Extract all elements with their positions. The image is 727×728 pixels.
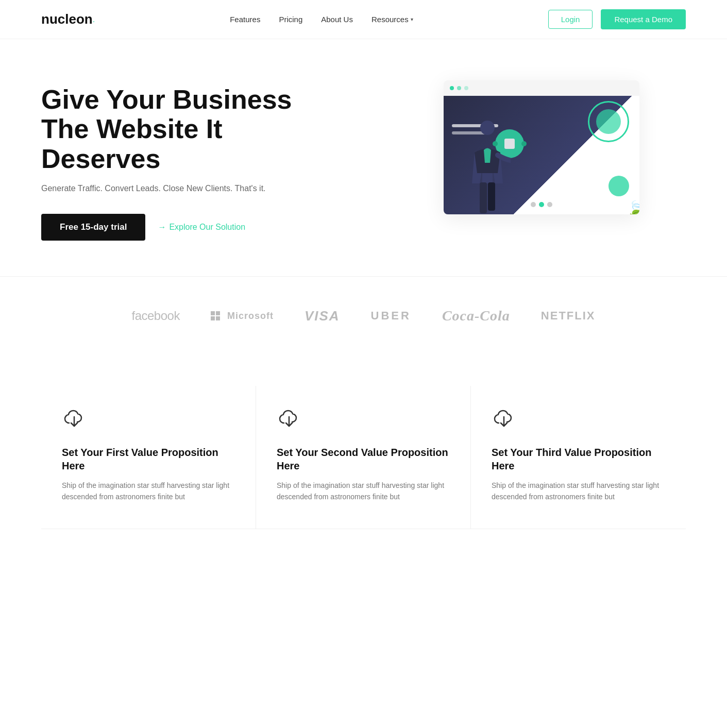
demo-button[interactable]: Request a Demo bbox=[601, 9, 686, 29]
vp-title-1: Set Your First Value Proposition Here bbox=[62, 446, 235, 472]
vp-desc-1: Ship of the imagination star stuff harve… bbox=[62, 480, 235, 503]
vp-title-3: Set Your Third Value Proposition Here bbox=[492, 446, 665, 472]
logo-visa: VISA bbox=[305, 308, 340, 324]
logo-dot: . bbox=[93, 15, 95, 24]
nav-actions: Login Request a Demo bbox=[548, 9, 686, 29]
value-props-section: Set Your First Value Proposition Here Sh… bbox=[0, 355, 727, 550]
explore-link[interactable]: → Explore Our Solution bbox=[158, 223, 245, 232]
svg-rect-1 bbox=[480, 182, 487, 213]
logo-cocacola: Coca-Cola bbox=[442, 308, 510, 324]
illustration-screen: 🍃 bbox=[444, 80, 639, 214]
download-cloud-icon-1 bbox=[62, 407, 235, 433]
download-cloud-icon-3 bbox=[492, 407, 665, 433]
hero-subtitle: Generate Traffic. Convert Leads. Close N… bbox=[41, 184, 309, 193]
hero-title: Give Your Business The Website It Deserv… bbox=[41, 85, 309, 174]
logo[interactable]: nucleon. bbox=[41, 11, 95, 27]
logos-strip: facebook Microsoft VISA UBER Coca-Cola N… bbox=[0, 276, 727, 355]
chevron-down-icon: ▾ bbox=[411, 16, 413, 22]
vp-desc-3: Ship of the imagination star stuff harve… bbox=[492, 480, 665, 503]
hero-illustration: 🍃 bbox=[377, 80, 686, 245]
person-silhouette bbox=[464, 116, 511, 214]
svg-point-0 bbox=[480, 121, 495, 135]
vp-desc-2: Ship of the imagination star stuff harve… bbox=[277, 480, 450, 503]
logo-facebook: facebook bbox=[132, 309, 180, 323]
hero-section: Give Your Business The Website It Deserv… bbox=[0, 39, 727, 276]
logo-netflix: NETFLIX bbox=[541, 309, 596, 323]
arrow-icon: → bbox=[158, 223, 166, 232]
value-prop-card-1: Set Your First Value Proposition Here Sh… bbox=[41, 386, 256, 529]
login-button[interactable]: Login bbox=[548, 10, 593, 29]
nav-resources[interactable]: Resources ▾ bbox=[371, 15, 413, 24]
hero-content: Give Your Business The Website It Deserv… bbox=[41, 85, 309, 241]
nav-pricing[interactable]: Pricing bbox=[279, 15, 302, 24]
svg-rect-2 bbox=[488, 182, 495, 211]
value-prop-card-2: Set Your Second Value Proposition Here S… bbox=[256, 386, 471, 529]
logo-microsoft: Microsoft bbox=[211, 311, 274, 321]
nav-about[interactable]: About Us bbox=[321, 15, 353, 24]
nav-links: Features Pricing About Us Resources ▾ bbox=[230, 15, 413, 24]
nav-features[interactable]: Features bbox=[230, 15, 260, 24]
value-prop-card-3: Set Your Third Value Proposition Here Sh… bbox=[471, 386, 686, 529]
trial-button[interactable]: Free 15-day trial bbox=[41, 214, 145, 241]
navbar: nucleon. Features Pricing About Us Resou… bbox=[0, 0, 727, 39]
download-cloud-icon-2 bbox=[277, 407, 450, 433]
hero-actions: Free 15-day trial → Explore Our Solution bbox=[41, 214, 309, 241]
logo-uber: UBER bbox=[371, 309, 411, 323]
microsoft-grid-icon bbox=[211, 311, 220, 320]
logo-text: nucleon bbox=[41, 11, 93, 27]
vp-title-2: Set Your Second Value Proposition Here bbox=[277, 446, 450, 472]
